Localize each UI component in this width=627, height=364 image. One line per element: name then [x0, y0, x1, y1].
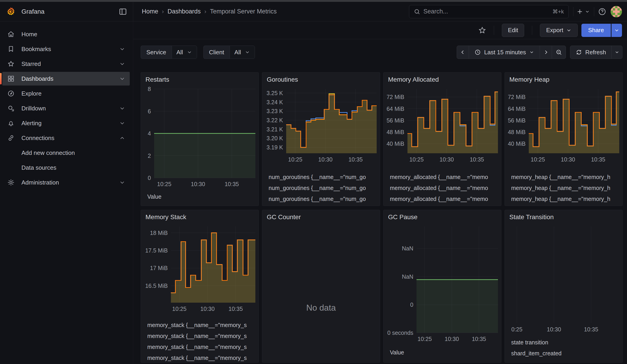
sidebar-item-alerting[interactable]: Alerting: [2, 116, 130, 130]
legend-item[interactable]: memory_heap {__name__="memory_h: [511, 171, 623, 182]
time-range-picker[interactable]: Last 15 minutes: [469, 46, 540, 59]
share-menu-button[interactable]: [612, 24, 622, 37]
legend-item[interactable]: memory_allocated {__name__="memo: [390, 182, 501, 193]
sidebar-item-explore[interactable]: Explore: [2, 87, 130, 100]
help-icon[interactable]: [598, 8, 606, 15]
time-shift-forward-button[interactable]: [540, 46, 552, 59]
panel-title[interactable]: Memory Allocated: [383, 73, 501, 84]
legend-label[interactable]: memory_heap {__name__="memory_h: [511, 185, 610, 191]
legend-item[interactable]: Value: [390, 347, 501, 358]
legend-label[interactable]: shard_item_created: [511, 350, 562, 357]
sidebar-item-data-sources[interactable]: Data sources: [2, 161, 130, 174]
chart-memory-heap[interactable]: 10:2510:3010:3572 MiB64 MiB56 MiB48 MiB4…: [505, 84, 623, 164]
legend-label[interactable]: memory_heap {__name__="memory_h: [511, 196, 610, 202]
chart-goroutines[interactable]: 10:2510:3010:353.25 K3.24 K3.23 K3.22 K3…: [262, 84, 380, 164]
legend-item[interactable]: state transition: [511, 337, 623, 348]
legend-item[interactable]: memory_allocated {__name__="memo: [390, 204, 501, 206]
chevron-down-icon[interactable]: [119, 179, 125, 185]
axis-tick-label: 10:30: [318, 156, 333, 163]
search-input[interactable]: [423, 8, 552, 15]
chevron-down-icon[interactable]: [119, 120, 125, 126]
client-filter-value[interactable]: All: [230, 46, 255, 59]
export-button[interactable]: Export: [540, 24, 577, 37]
legend-label[interactable]: memory_stack {__name__="memory_s: [147, 322, 247, 328]
chart-gc-pause[interactable]: 10:2510:3010:35NaNNaN00 seconds: [383, 222, 501, 343]
sidebar-item-bookmarks[interactable]: Bookmarks: [2, 42, 130, 56]
search-box[interactable]: ⌘+k: [409, 5, 569, 18]
panel-title[interactable]: State Transition: [505, 210, 623, 222]
breadcrumb-dashboards[interactable]: Dashboards: [168, 8, 201, 15]
favorite-star-icon[interactable]: [478, 26, 486, 34]
legend-label[interactable]: num_goroutines {__name__="num_go: [268, 196, 366, 202]
time-shift-back-button[interactable]: [457, 46, 469, 59]
legend-label[interactable]: Value: [390, 349, 404, 356]
sidebar-toggle-icon[interactable]: [119, 7, 127, 16]
legend-item[interactable]: memory_stack {__name__="memory_s: [147, 319, 259, 330]
legend-item[interactable]: Value: [147, 191, 259, 202]
panel-title[interactable]: GC Counter: [262, 210, 380, 222]
legend-item[interactable]: memory_heap {__name__="memory_h: [511, 182, 623, 193]
add-button[interactable]: [576, 8, 590, 15]
legend-item[interactable]: memory_heap {__name__="memory_h: [511, 204, 623, 206]
sidebar-item-starred[interactable]: Starred: [2, 57, 130, 71]
legend-item[interactable]: memory_heap {__name__="memory_h: [511, 193, 623, 204]
axis-tick-label: 10:25: [288, 156, 303, 163]
legend-item[interactable]: memory_allocated {__name__="memo: [390, 171, 501, 182]
service-filter-value[interactable]: All: [172, 46, 197, 59]
axis-tick-label: 10:30: [440, 156, 454, 163]
legend-label[interactable]: num_goroutines {__name__="num_go: [268, 185, 366, 191]
sidebar-item-home[interactable]: Home: [2, 27, 130, 41]
chevron-down-icon[interactable]: [119, 105, 125, 111]
legend-label[interactable]: memory_allocated {__name__="memo: [390, 174, 488, 180]
legend-label[interactable]: memory_allocated {__name__="memo: [390, 185, 488, 191]
sidebar-item-dashboards[interactable]: Dashboards: [2, 72, 130, 86]
refresh-interval-button[interactable]: [612, 46, 623, 59]
refresh-button[interactable]: Refresh: [570, 46, 612, 59]
legend-label[interactable]: memory_stack {__name__="memory_s: [147, 344, 247, 350]
chart-state-transition[interactable]: 0:2510:3010:35: [505, 222, 623, 334]
sidebar-item-administration[interactable]: Administration: [2, 176, 130, 189]
edit-button[interactable]: Edit: [502, 24, 524, 37]
legend-label[interactable]: Value: [147, 193, 161, 200]
sidebar-item-drilldown[interactable]: Drilldown: [2, 102, 130, 115]
chart-memory-stack[interactable]: 10:2510:3010:3518 MiB17.5 MiB17 MiB16.5 …: [141, 222, 259, 313]
axis-tick-label: 40 MiB: [386, 141, 404, 147]
chevron-up-icon[interactable]: [119, 135, 125, 141]
share-button[interactable]: Share: [581, 24, 611, 37]
client-filter-selected: All: [234, 49, 241, 56]
panel-title[interactable]: Restarts: [141, 73, 259, 84]
panel-title[interactable]: GC Pause: [383, 210, 501, 222]
legend-item[interactable]: memory_stack {__name__="memory_s: [147, 352, 259, 363]
legend-label[interactable]: memory_stack {__name__="memory_s: [147, 333, 247, 339]
legend-item[interactable]: memory_allocated {__name__="memo: [390, 193, 501, 204]
legend-item[interactable]: shard_item_created: [511, 348, 623, 359]
panel-title[interactable]: Memory Stack: [141, 210, 259, 222]
axis-tick-label: 18 MiB: [150, 230, 168, 236]
panel-title[interactable]: Memory Heap: [505, 73, 623, 84]
axis-tick-label: 56 MiB: [386, 117, 404, 124]
axis-tick-label: 0 seconds: [387, 330, 413, 336]
legend-label[interactable]: state transition: [511, 339, 548, 346]
legend-item[interactable]: num_goroutines {__name__="num_go: [268, 193, 380, 204]
legend-label[interactable]: memory_heap {__name__="memory_h: [511, 174, 610, 180]
legend-item[interactable]: num_goroutines {__name__="num_go: [268, 182, 380, 193]
chart-memory-allocated[interactable]: 10:2510:3010:3572 MiB64 MiB56 MiB48 MiB4…: [383, 84, 501, 164]
chevron-down-icon[interactable]: [119, 76, 125, 82]
zoom-out-button[interactable]: [552, 46, 566, 59]
legend-item[interactable]: num_goroutines {__name__="num_go: [268, 204, 380, 206]
chart-restarts[interactable]: 10:2510:3010:3586420: [141, 84, 259, 188]
legend-item[interactable]: memory_stack {__name__="memory_s: [147, 341, 259, 352]
legend-label[interactable]: memory_stack {__name__="memory_s: [147, 355, 247, 361]
axis-tick-label: 40 MiB: [508, 141, 525, 147]
avatar[interactable]: [611, 6, 622, 17]
legend-item[interactable]: memory_stack {__name__="memory_s: [147, 330, 259, 341]
sidebar-item-add-new-connection[interactable]: Add new connection: [2, 146, 130, 160]
chevron-down-icon[interactable]: [119, 46, 125, 52]
panel-title[interactable]: Goroutines: [262, 73, 380, 84]
chevron-down-icon[interactable]: [119, 61, 125, 67]
legend-item[interactable]: num_goroutines {__name__="num_go: [268, 171, 380, 182]
sidebar-item-connections[interactable]: Connections: [2, 131, 130, 145]
legend-label[interactable]: num_goroutines {__name__="num_go: [268, 174, 366, 180]
breadcrumb-home[interactable]: Home: [142, 8, 158, 15]
legend-label[interactable]: memory_allocated {__name__="memo: [390, 196, 488, 202]
